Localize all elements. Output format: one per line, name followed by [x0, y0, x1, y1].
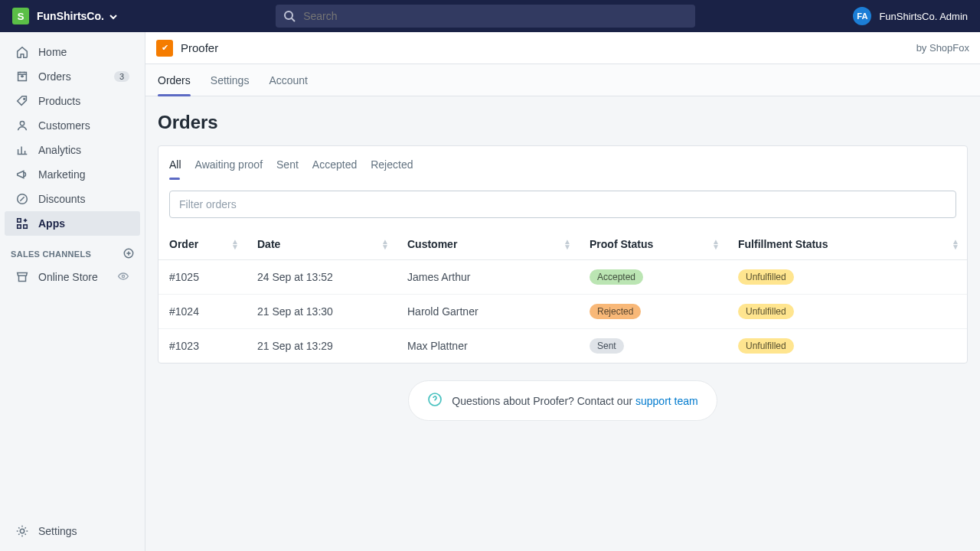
sort-icon: ▲▼: [564, 239, 571, 249]
svg-line-1: [292, 18, 295, 21]
col-customer[interactable]: Customer▲▼: [397, 229, 579, 260]
sidebar-item-home[interactable]: Home: [5, 40, 140, 64]
orders-icon: [15, 70, 29, 83]
table-row[interactable]: #102421 Sep at 13:30Harold GartnerReject…: [158, 295, 967, 329]
apps-icon: [15, 217, 29, 230]
tag-icon: [15, 94, 29, 108]
svg-point-10: [20, 529, 24, 533]
table-row[interactable]: #102321 Sep at 13:29Max PlattnerSentUnfu…: [158, 329, 967, 364]
user-name-label: FunShirtsCo. Admin: [879, 11, 968, 22]
card-tab-all[interactable]: All: [169, 154, 181, 180]
sidebar-item-label: Analytics: [38, 144, 81, 156]
sidebar-item-online-store[interactable]: Online Store: [5, 265, 140, 289]
main: ✔ Proofer by ShopFox Orders Settings Acc…: [145, 32, 980, 551]
store-icon: [15, 270, 29, 284]
cell-date: 21 Sep at 13:29: [247, 329, 397, 364]
cell-date: 21 Sep at 13:30: [247, 295, 397, 329]
col-date[interactable]: Date▲▼: [247, 229, 397, 260]
shopify-logo-icon: S: [12, 8, 29, 24]
sidebar-item-products[interactable]: Products: [5, 89, 140, 113]
svg-rect-6: [18, 225, 21, 229]
card-tab-rejected[interactable]: Rejected: [371, 154, 413, 180]
sort-icon: ▲▼: [952, 239, 959, 249]
col-customer-label: Customer: [407, 238, 457, 250]
home-icon: [15, 45, 29, 59]
orders-table: Order▲▼ Date▲▼ Customer▲▼ Proof Status▲▼…: [158, 229, 967, 363]
sales-channels-heading: SALES CHANNELS: [0, 236, 145, 265]
store-name-label: FunShirtsCo.: [37, 10, 104, 22]
col-date-label: Date: [257, 238, 280, 250]
store-switcher[interactable]: FunShirtsCo.: [37, 10, 118, 22]
fulfillment-status-badge: Unfulfilled: [738, 269, 794, 285]
col-order[interactable]: Order▲▼: [158, 229, 247, 260]
cell-proof-status: Rejected: [579, 295, 727, 329]
view-store-icon[interactable]: [117, 270, 129, 285]
sidebar-item-label: Online Store: [38, 271, 98, 283]
fulfillment-status-badge: Unfulfilled: [738, 338, 794, 354]
sidebar-item-label: Products: [38, 95, 80, 107]
chevron-down-icon: [109, 11, 118, 21]
sidebar-item-settings[interactable]: Settings: [5, 519, 140, 543]
filter-orders-input[interactable]: [169, 191, 956, 218]
sidebar-item-label: Customers: [38, 119, 90, 132]
col-order-label: Order: [169, 238, 198, 250]
svg-point-0: [285, 11, 292, 19]
col-fulfillment-status[interactable]: Fulfillment Status▲▼: [727, 229, 967, 260]
sidebar-item-label: Settings: [38, 525, 77, 537]
search-bar[interactable]: [276, 5, 695, 28]
gear-icon: [15, 524, 29, 538]
sidebar-item-label: Home: [38, 46, 67, 58]
cell-order: #1025: [158, 260, 247, 295]
avatar: FA: [853, 7, 871, 25]
svg-point-3: [20, 122, 24, 126]
sidebar-item-orders[interactable]: Orders 3: [5, 64, 140, 89]
help-banner: Questions about Proofer? Contact our sup…: [408, 380, 717, 421]
sidebar-item-discounts[interactable]: Discounts: [5, 187, 140, 211]
sort-icon: ▲▼: [231, 239, 239, 249]
search-input[interactable]: [303, 10, 688, 22]
discount-icon: [15, 192, 29, 206]
cell-customer: Harold Gartner: [397, 295, 579, 329]
proof-status-badge: Rejected: [590, 304, 641, 319]
add-channel-button[interactable]: [123, 248, 134, 260]
megaphone-icon: [15, 168, 29, 181]
sidebar-item-customers[interactable]: Customers: [5, 113, 140, 138]
user-menu[interactable]: FA FunShirtsCo. Admin: [853, 7, 968, 25]
cell-fulfillment-status: Unfulfilled: [727, 329, 967, 364]
col-proof-status[interactable]: Proof Status▲▼: [579, 229, 727, 260]
cell-fulfillment-status: Unfulfilled: [727, 295, 967, 329]
table-row[interactable]: #102524 Sep at 13:52James ArthurAccepted…: [158, 260, 967, 295]
sidebar-item-marketing[interactable]: Marketing: [5, 162, 140, 187]
card-tab-sent[interactable]: Sent: [276, 154, 299, 180]
app-tab-settings[interactable]: Settings: [211, 64, 250, 96]
cell-proof-status: Sent: [579, 329, 727, 364]
sidebar-item-label: Apps: [38, 217, 65, 230]
app-tab-orders[interactable]: Orders: [158, 64, 191, 96]
sidebar-item-apps[interactable]: Apps: [5, 211, 140, 236]
topbar: S FunShirtsCo. FA FunShirtsCo. Admin: [0, 0, 980, 32]
cell-proof-status: Accepted: [579, 260, 727, 295]
orders-badge: 3: [114, 71, 129, 82]
support-team-link[interactable]: support team: [635, 395, 698, 407]
analytics-icon: [15, 143, 29, 157]
svg-point-2: [24, 98, 25, 99]
col-fulfillment-label: Fulfillment Status: [738, 238, 828, 250]
card-tab-awaiting[interactable]: Awaiting proof: [195, 154, 263, 180]
orders-card: All Awaiting proof Sent Accepted Rejecte…: [158, 145, 968, 364]
cell-customer: James Arthur: [397, 260, 579, 295]
col-proof-label: Proof Status: [590, 238, 653, 250]
app-header: ✔ Proofer by ShopFox: [145, 32, 980, 64]
cell-date: 24 Sep at 13:52: [247, 260, 397, 295]
app-title: Proofer: [181, 41, 218, 54]
svg-rect-7: [24, 225, 28, 229]
page-title: Orders: [158, 112, 968, 133]
app-tab-account[interactable]: Account: [269, 64, 308, 96]
proof-status-badge: Accepted: [590, 269, 643, 285]
help-icon: [427, 392, 443, 409]
sidebar: Home Orders 3 Products Customers Analyti…: [0, 32, 145, 551]
svg-point-9: [122, 275, 124, 277]
sidebar-item-analytics[interactable]: Analytics: [5, 138, 140, 162]
card-tab-accepted[interactable]: Accepted: [312, 154, 357, 180]
card-tabs: All Awaiting proof Sent Accepted Rejecte…: [158, 146, 967, 180]
fulfillment-status-badge: Unfulfilled: [738, 304, 794, 319]
